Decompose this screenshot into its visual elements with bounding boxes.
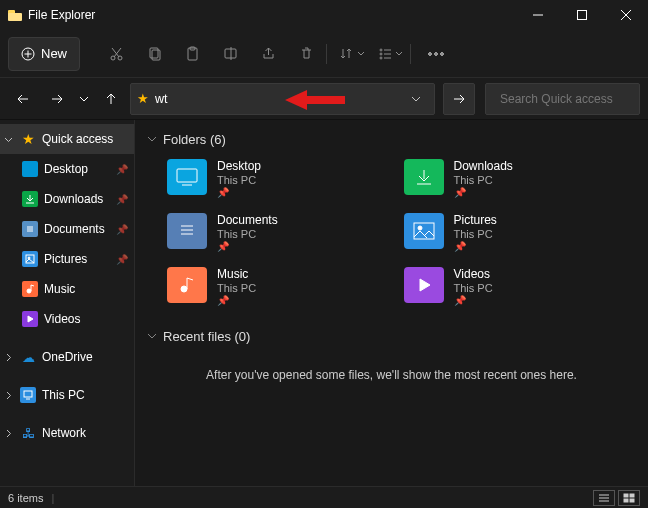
- close-button[interactable]: [604, 0, 648, 30]
- pin-icon: 📌: [116, 194, 128, 205]
- folder-name: Pictures: [454, 213, 497, 227]
- recent-locations-button[interactable]: [76, 84, 92, 114]
- svg-marker-36: [28, 316, 33, 322]
- more-button[interactable]: [418, 37, 454, 71]
- search-input[interactable]: [500, 92, 648, 106]
- recent-files-section-header[interactable]: Recent files (0): [147, 325, 636, 352]
- svg-rect-53: [630, 494, 634, 497]
- folder-item-documents[interactable]: DocumentsThis PC📌: [163, 209, 400, 259]
- details-view-button[interactable]: [593, 490, 615, 506]
- folder-name: Documents: [217, 213, 278, 227]
- view-button[interactable]: [372, 37, 408, 71]
- chevron-down-icon: [147, 329, 157, 344]
- music-icon: [22, 281, 38, 297]
- sidebar-item-pictures[interactable]: Pictures 📌: [0, 244, 134, 274]
- folder-location: This PC: [454, 228, 497, 240]
- back-button[interactable]: [8, 84, 38, 114]
- status-bar: 6 items |: [0, 486, 648, 508]
- folder-name: Desktop: [217, 159, 261, 173]
- share-button[interactable]: [250, 37, 286, 71]
- documents-icon: [22, 221, 38, 237]
- arrow-left-icon: [16, 92, 30, 106]
- sidebar-item-desktop[interactable]: Desktop 📌: [0, 154, 134, 184]
- folder-item-videos[interactable]: VideosThis PC📌: [400, 263, 637, 313]
- sidebar-item-this-pc[interactable]: This PC: [0, 380, 134, 410]
- svg-point-21: [380, 57, 382, 59]
- arrow-up-icon: [104, 92, 118, 106]
- svg-rect-55: [630, 499, 634, 502]
- arrow-right-icon: [50, 92, 64, 106]
- rename-button[interactable]: [212, 37, 248, 71]
- svg-point-47: [181, 286, 187, 292]
- tiles-view-button[interactable]: [618, 490, 640, 506]
- new-button-label: New: [41, 46, 67, 61]
- sidebar-item-videos[interactable]: Videos: [0, 304, 134, 334]
- minimize-button[interactable]: [516, 0, 560, 30]
- svg-point-25: [441, 52, 444, 55]
- details-view-icon: [598, 493, 610, 503]
- pin-icon: 📌: [217, 295, 256, 306]
- cut-button[interactable]: [98, 37, 134, 71]
- file-explorer-window: File Explorer New ★: [0, 0, 648, 508]
- go-refresh-button[interactable]: [443, 83, 475, 115]
- pin-icon: 📌: [217, 241, 278, 252]
- sidebar-item-network[interactable]: 🖧 Network: [0, 418, 134, 448]
- folder-location: This PC: [454, 282, 493, 294]
- folder-location: This PC: [217, 228, 278, 240]
- sidebar-item-quick-access[interactable]: ★ Quick access: [0, 124, 134, 154]
- arrow-right-icon: [452, 92, 466, 106]
- command-toolbar: New: [0, 30, 648, 78]
- copy-button[interactable]: [136, 37, 172, 71]
- folder-item-music[interactable]: MusicThis PC📌: [163, 263, 400, 313]
- pin-icon: 📌: [454, 295, 493, 306]
- folder-name: Music: [217, 267, 256, 281]
- chevron-down-icon: [395, 50, 403, 58]
- folder-item-downloads[interactable]: DownloadsThis PC📌: [400, 155, 637, 205]
- svg-point-17: [380, 49, 382, 51]
- forward-button[interactable]: [42, 84, 72, 114]
- section-title: Folders (6): [163, 132, 226, 147]
- sidebar-item-music[interactable]: Music: [0, 274, 134, 304]
- sidebar-item-onedrive[interactable]: ☁ OneDrive: [0, 342, 134, 372]
- documents-folder-icon: [167, 213, 207, 249]
- folder-item-desktop[interactable]: DesktopThis PC📌: [163, 155, 400, 205]
- sidebar-item-downloads[interactable]: Downloads 📌: [0, 184, 134, 214]
- chevron-down-icon: [2, 135, 14, 144]
- trash-icon: [299, 46, 314, 61]
- folder-item-pictures[interactable]: PicturesThis PC📌: [400, 209, 637, 259]
- pin-icon: 📌: [454, 187, 513, 198]
- folder-location: This PC: [217, 282, 256, 294]
- paste-icon: [185, 46, 200, 61]
- up-button[interactable]: [96, 84, 126, 114]
- item-count: 6 items: [8, 492, 43, 504]
- chevron-right-icon: [2, 429, 14, 438]
- content-pane: Folders (6) DesktopThis PC📌 DownloadsThi…: [135, 120, 648, 486]
- rename-icon: [223, 46, 238, 61]
- sidebar-item-label: Pictures: [44, 252, 110, 266]
- svg-rect-45: [414, 223, 434, 239]
- downloads-icon: [22, 191, 38, 207]
- monitor-icon: [20, 387, 36, 403]
- paste-button[interactable]: [174, 37, 210, 71]
- sort-button[interactable]: [334, 37, 370, 71]
- delete-button[interactable]: [288, 37, 324, 71]
- sidebar-item-documents[interactable]: Documents 📌: [0, 214, 134, 244]
- svg-point-46: [418, 226, 422, 230]
- folders-section-header[interactable]: Folders (6): [147, 128, 636, 155]
- sidebar-item-label: Downloads: [44, 192, 110, 206]
- cloud-icon: ☁: [20, 349, 36, 365]
- new-button[interactable]: New: [8, 37, 80, 71]
- sidebar-item-label: Desktop: [44, 162, 110, 176]
- search-box[interactable]: [485, 83, 640, 115]
- svg-marker-48: [420, 279, 430, 291]
- sidebar-item-label: Quick access: [42, 132, 128, 146]
- address-dropdown-button[interactable]: [404, 94, 428, 104]
- window-title: File Explorer: [28, 8, 95, 22]
- pictures-icon: [22, 251, 38, 267]
- chevron-right-icon: [2, 391, 14, 400]
- maximize-button[interactable]: [560, 0, 604, 30]
- address-bar[interactable]: ★: [130, 83, 435, 115]
- music-folder-icon: [167, 267, 207, 303]
- address-input[interactable]: [155, 92, 398, 106]
- svg-rect-52: [624, 494, 628, 497]
